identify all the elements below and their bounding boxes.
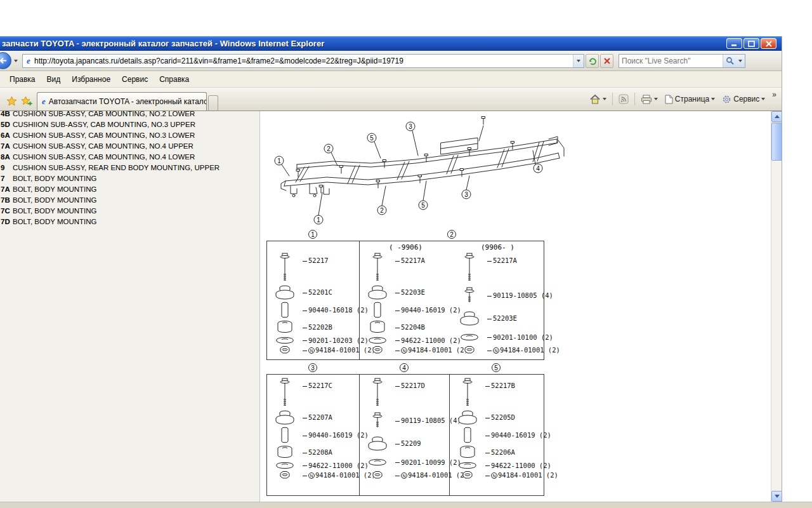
part-code: 6A [1,131,11,139]
menu-help[interactable]: Справка [154,73,195,86]
diagram-callout: 5 [421,202,425,209]
part-code: 7B [1,196,11,204]
parts-list-row[interactable]: 7A BOLT, BODY MOUNTING [1,185,259,196]
parts-list-row[interactable]: 7A CUSHION SUB-ASSY, CAB MOUNTING, NO.4 … [1,142,259,153]
add-favorite-button[interactable] [19,93,34,109]
bolt-icon [462,253,477,282]
search-icon [726,57,734,65]
stop-button[interactable] [600,54,613,68]
search-input[interactable] [619,57,723,65]
nut-symbol: N [401,347,407,354]
cushion-icon [457,409,478,425]
address-field[interactable]: e http://toyota.japancats.ru/details.asp… [22,54,584,68]
parts-column: 52217 52201C 90440-16018 (2) 52202B 9020… [267,241,360,359]
history-dropdown[interactable] [11,55,20,67]
vertical-scrollbar[interactable] [771,111,782,502]
diagram-callout: 1 [317,217,320,224]
table-callout: 5 [492,363,501,372]
nut-icon [370,345,384,354]
parts-list-panel: 4B CUSHION SUB-ASSY, CAB MOUNTING, NO.2 … [0,111,260,502]
parts-list-row[interactable]: 9 CUSHION SUB-ASSY, REAR END BODY MOUNTI… [1,164,259,175]
parts-list-row[interactable]: 7 BOLT, BODY MOUNTING [1,175,259,185]
parts-column: (9906- ) 52217A 90119-10805 (4) 52203E 9… [452,241,544,359]
part-label: 94622-11000 (2) [303,462,369,469]
washer-icon [275,462,294,469]
part-name: CUSHION SUB-ASSY, CAB MOUNTING, NO.4 UPP… [13,142,193,150]
part-code: 9 [1,164,11,171]
title-bar[interactable]: запчасти TOYOTA - электронный каталог за… [0,36,782,51]
parts-list-row[interactable]: 5D CUSHIION SUB-ASSY, CAB MOUNTING, NO.3… [1,121,259,131]
parts-list-row[interactable]: 7D BOLT, BODY MOUNTING [1,218,259,229]
new-tab-button[interactable] [208,95,218,110]
parts-list-row[interactable]: 6A CUSHION SUB-ASSY, CAB MOUNTING, NO.3 … [1,131,259,142]
bolt-icon [277,378,292,407]
menu-edit[interactable]: Правка [4,73,41,86]
part-code: 7D [1,218,11,225]
bolt-icon [370,253,385,282]
menu-tools[interactable]: Сервис [116,73,154,86]
nut-symbol: N [401,472,407,479]
table-callout: 3 [308,363,317,372]
part-label: N94184-01001 (2) [485,471,558,479]
menu-favorites[interactable]: Избранное [66,73,116,86]
search-button[interactable] [723,55,736,67]
washer-icon [460,333,479,341]
bolt-icon [460,378,475,407]
scrollbar-thumb[interactable] [771,123,782,161]
part-label: 52201C [303,288,332,296]
part-label: N94184-01001 (2) [487,346,560,354]
parts-table-bottom: 52217C 52207A 90440-16019 (2) 52208A 946… [266,374,544,496]
parts-list-row[interactable]: 8A CUSHION SUB-ASSY, CAB MOUNTING, NO.4 … [1,153,259,164]
address-dropdown[interactable] [573,55,584,67]
home-icon [589,94,601,104]
part-name: BOLT, BODY MOUNTING [13,207,96,215]
page-menu-button[interactable]: Страница [662,93,717,106]
part-label: 90440-16018 (2) [303,306,369,314]
nut-icon [278,471,292,479]
url-text[interactable]: http://toyota.japancats.ru/details.asp?c… [34,57,573,65]
part-label: 90440-16019 (2) [485,431,551,439]
spacer-icon [280,302,289,318]
cushion-icon [274,409,296,425]
maximize-button[interactable] [743,38,759,49]
scroll-down-button[interactable] [771,491,782,502]
parts-list-row[interactable]: 7B BOLT, BODY MOUNTING [1,196,259,207]
bottom-table-callouts: 3 4 5 [266,363,544,373]
flange-bolt-icon [370,412,385,429]
close-button[interactable] [761,38,776,49]
diagram-callout: 2 [380,207,384,214]
tab-active[interactable]: e Автозапчасти TOYOTA - электронный ката… [37,92,207,110]
print-button[interactable] [638,93,660,106]
minimize-button[interactable] [726,38,742,49]
table-callout: 1 [308,230,317,239]
toolbar-overflow-button[interactable]: » [769,90,778,108]
page-menu-label: Страница [675,95,709,104]
search-box [619,54,745,68]
feeds-button[interactable] [616,92,631,106]
washer-icon [458,462,477,469]
refresh-icon [588,57,597,65]
part-label: 94622-11000 (2) [485,462,551,469]
scroll-up-button[interactable] [771,111,782,122]
star-plus-icon [21,96,32,106]
part-label: 52205D [485,413,515,421]
parts-list-row[interactable]: 7C BOLT, BODY MOUNTING [1,207,259,218]
home-button[interactable] [587,92,609,106]
washer-icon [368,337,387,344]
refresh-button[interactable] [586,54,599,68]
menu-view[interactable]: Вид [41,73,67,86]
column-header: ( -9906) [360,243,452,251]
arrow-down-icon [775,495,780,498]
back-button[interactable] [0,52,11,69]
chevron-down-icon [711,98,715,100]
table-callout: 4 [400,363,409,372]
search-options-dropdown[interactable] [736,55,745,67]
favorites-center-button[interactable] [4,93,19,109]
parts-list-row[interactable]: 4B CUSHION SUB-ASSY, CAB MOUNTING, NO.2 … [1,111,259,121]
tools-menu-button[interactable]: Сервис [719,93,768,106]
part-code: 7 [1,175,11,182]
part-name: BOLT, BODY MOUNTING [13,218,96,225]
tab-title: Автозапчасти TOYOTA - электронный катало… [49,97,207,106]
chevron-down-icon [654,98,658,100]
parts-column: ( -9906) 52217A 52203E 90440-16019 (2) 5… [360,241,452,359]
